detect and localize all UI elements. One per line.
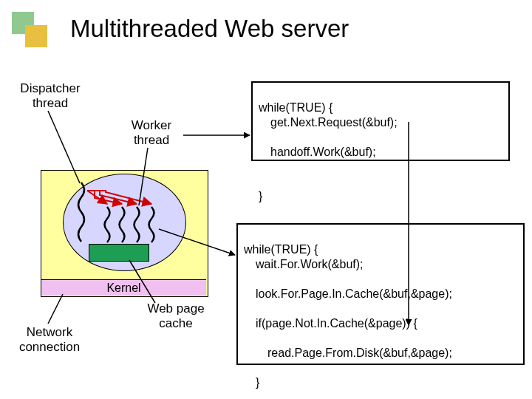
kernel-bar: Kernel (41, 279, 206, 296)
code-line: wait.For.Work(&buf); (244, 257, 517, 272)
code-line: while(TRUE) { (244, 243, 318, 256)
code-line: get.Next.Request(&buf); (259, 115, 502, 130)
code-line: } (244, 375, 517, 390)
slide-title: Multithreaded Web server (70, 15, 349, 43)
connector-network (48, 294, 63, 324)
code-line: if(page.Not.In.Cache(&page)) { (244, 316, 517, 331)
slide: Multithreaded Web server Dispatcherthrea… (0, 0, 532, 399)
code-line: handoff.Work(&buf); (259, 145, 502, 160)
code-worker: while(TRUE) { wait.For.Work(&buf); look.… (236, 223, 525, 365)
webpage-cache-box (89, 244, 149, 262)
label-worker: Workerthread (122, 118, 181, 147)
label-network: Networkconnection (9, 325, 90, 354)
code-dispatcher: while(TRUE) { get.Next.Request(&buf); ha… (251, 81, 510, 161)
code-line: } (259, 190, 262, 202)
code-line: look.For.Page.In.Cache(&buf,&page); (244, 287, 517, 301)
title-accent-yellow (25, 25, 47, 47)
label-dispatcher: Dispatcherthread (13, 81, 87, 110)
label-webpagecache: Web pagecache (135, 301, 216, 330)
code-line: while(TRUE) { (259, 101, 332, 114)
code-line: read.Page.From.Disk(&buf,&page); (244, 346, 517, 361)
